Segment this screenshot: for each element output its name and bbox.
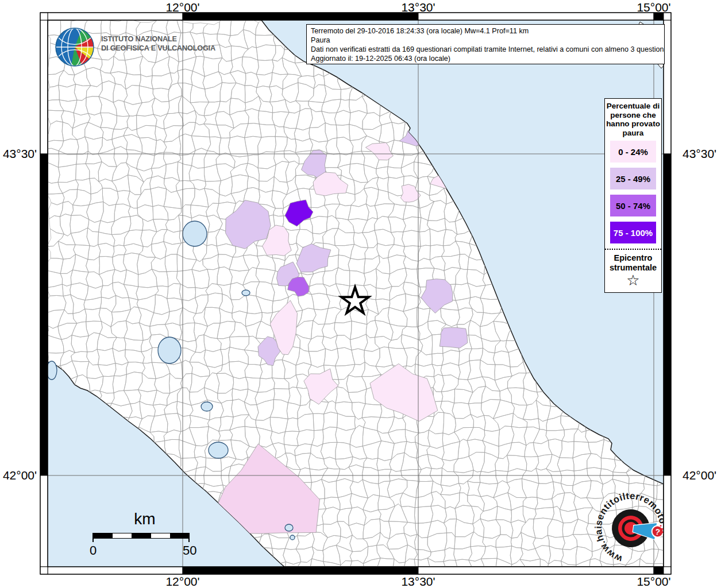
lake-3 <box>209 442 228 458</box>
frame-segment <box>183 567 418 574</box>
macroseismic-map-page: ?www.haisentitoilterremoto.it ISTITUTO N… <box>0 0 721 588</box>
legend-epicenter-label: Epicentro strumentale <box>605 253 661 273</box>
ingv-name-line2: DI GEOFISICA E VULCANOLOGIA <box>101 44 215 53</box>
ingv-name-line1: ISTITUTO NAZIONALE <box>101 34 215 44</box>
axis-label-left-4330: 43°30' <box>0 147 37 161</box>
frame-segment <box>40 567 48 574</box>
axis-label-right-42: 42°00' <box>683 469 716 482</box>
lake-6 <box>242 290 250 296</box>
event-note: Dati non verificati estratti da 169 ques… <box>311 45 660 54</box>
event-updated: Aggiornato il: 19-12-2025 06:43 (ora loc… <box>311 54 660 63</box>
frame-segment <box>664 567 671 574</box>
frame-segment <box>183 13 418 20</box>
legend-epicenter-section: Epicentro strumentale ☆ <box>605 249 661 288</box>
axis-label-right-4330: 43°30' <box>683 147 716 161</box>
lake-5 <box>290 535 295 540</box>
frame-segment <box>40 154 48 475</box>
ingv-globe-icon <box>54 26 97 68</box>
frame-segment <box>654 567 664 574</box>
frame-segment <box>418 13 654 20</box>
frame-segment <box>48 13 183 20</box>
map-canvas: ?www.haisentitoilterremoto.it <box>0 0 721 588</box>
event-metric: Paura <box>311 36 660 45</box>
axis-label-top-12: 12°00' <box>165 1 199 14</box>
felt-region-class-2 <box>439 328 467 349</box>
legend-title: Percentuale di persone che hanno provato… <box>605 99 661 141</box>
frame-segment <box>664 475 671 567</box>
scale-tick-start <box>92 533 94 542</box>
frame-segment <box>48 567 183 574</box>
event-info-box: Terremoto del 29-10-2016 18:24:33 (ora l… <box>306 24 665 64</box>
ingv-logo: ISTITUTO NAZIONALE DI GEOFISICA E VULCAN… <box>54 26 244 68</box>
scale-tick-end <box>188 533 190 542</box>
frame-segment <box>40 475 48 567</box>
legend: Percentuale di persone che hanno provato… <box>604 98 662 293</box>
scale-bar-max: 50 <box>183 543 196 558</box>
frame-segment <box>40 13 48 20</box>
axis-label-top-15: 15°00' <box>637 1 670 14</box>
lake-2 <box>201 402 213 411</box>
axis-label-top-1330: 13°30' <box>401 1 435 14</box>
axis-label-bottom-15: 15°00' <box>637 575 670 588</box>
scale-bar-unit: km <box>110 510 179 528</box>
lake-4 <box>285 524 293 531</box>
axis-label-bottom-12: 12°00' <box>165 575 199 588</box>
epicenter-star-icon: ☆ <box>605 273 661 288</box>
scale-bar: km 0 50 <box>75 510 213 562</box>
legend-class-75-100: 75 - 100% <box>610 222 656 243</box>
frame-segment <box>418 567 654 574</box>
scale-bar-min: 0 <box>90 543 97 558</box>
legend-class-0-24: 0 - 24% <box>610 141 656 163</box>
legend-class-25-49: 25 - 49% <box>610 168 656 189</box>
event-title: Terremoto del 29-10-2016 18:24:33 (ora l… <box>311 26 660 36</box>
axis-label-bottom-1330: 13°30' <box>401 575 435 588</box>
lake-7 <box>47 361 57 380</box>
scale-bar-graphic <box>93 533 190 539</box>
frame-segment <box>664 154 671 475</box>
lake-0 <box>183 221 207 246</box>
legend-class-50-74: 50 - 74% <box>610 195 656 216</box>
frame-segment <box>40 20 48 154</box>
ingv-name: ISTITUTO NAZIONALE DI GEOFISICA E VULCAN… <box>101 34 215 53</box>
lake-1 <box>158 337 181 363</box>
axis-label-left-42: 42°00' <box>0 469 37 482</box>
